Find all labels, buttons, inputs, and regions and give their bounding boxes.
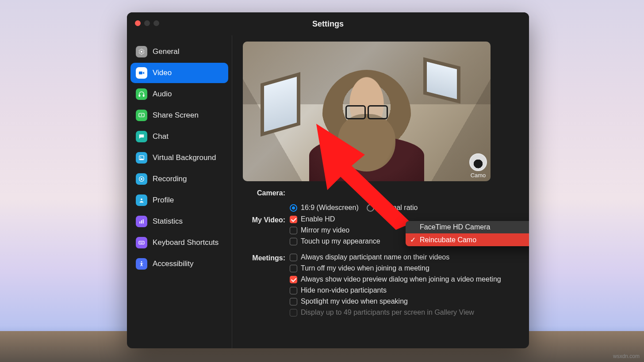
svg-rect-12: [143, 219, 144, 223]
aspect-ratio-widescreen[interactable]: 16:9 (Widescreen): [290, 204, 359, 212]
svg-rect-15: [141, 242, 141, 243]
person-icon: [136, 194, 147, 206]
svg-rect-10: [139, 221, 140, 224]
checkbox-icon: [290, 227, 297, 234]
svg-point-0: [141, 51, 142, 53]
checkbox-gallery-49: Display up to 49 participants per screen…: [290, 309, 518, 316]
page-watermark: wsxdn.com: [613, 353, 640, 359]
sidebar-item-share-screen[interactable]: Share Screen: [130, 105, 228, 126]
video-preview: Camo: [243, 42, 491, 181]
my-video-label: My Video:: [243, 213, 285, 224]
svg-rect-16: [142, 242, 142, 243]
checkbox-label: Always show video preview dialog when jo…: [301, 275, 501, 283]
camo-logo-icon: [469, 153, 487, 171]
checkbox-icon: [290, 276, 297, 283]
video-camera-icon: [136, 67, 147, 79]
chat-bubble-icon: [136, 131, 147, 142]
sidebar-item-label: Accessibility: [153, 259, 194, 268]
checkbox-icon: [290, 254, 297, 261]
camo-watermark: Camo: [469, 153, 487, 179]
share-screen-icon: [136, 110, 147, 121]
sidebar-item-general[interactable]: General: [130, 42, 228, 62]
svg-point-9: [141, 198, 142, 200]
sidebar-item-label: Chat: [153, 132, 169, 141]
svg-point-6: [140, 157, 141, 158]
gear-icon: [136, 46, 147, 57]
svg-rect-17: [142, 242, 143, 243]
svg-point-8: [141, 178, 142, 180]
sidebar-item-label: General: [153, 47, 179, 56]
sidebar-item-label: Statistics: [153, 217, 183, 226]
window-title: Settings: [312, 19, 344, 29]
bar-chart-icon: [136, 216, 147, 227]
meetings-label: Meetings:: [243, 251, 285, 262]
image-icon: [136, 152, 147, 164]
camera-option-reincubate-camo[interactable]: ✓ Reincubate Camo: [406, 233, 529, 246]
sidebar-item-keyboard-shortcuts[interactable]: Keyboard Shortcuts: [130, 232, 228, 253]
radio-label: Original ratio: [378, 204, 418, 212]
checkbox-icon: [290, 216, 297, 223]
minimize-button[interactable]: [144, 20, 150, 26]
checkbox-label: Display up to 49 participants per screen…: [301, 309, 474, 316]
sidebar-item-label: Profile: [153, 196, 174, 205]
checkbox-label: Spotlight my video when speaking: [301, 297, 408, 305]
video-settings-form: Camera: 16:9 (Widescreen) Original ratio: [243, 187, 518, 316]
window-controls: [135, 20, 159, 26]
svg-rect-3: [143, 95, 144, 96]
checkbox-spotlight[interactable]: Spotlight my video when speaking: [290, 297, 518, 305]
accessibility-icon: [136, 258, 147, 270]
titlebar: Settings: [127, 12, 529, 35]
checkbox-hide-nonvideo[interactable]: Hide non-video participants: [290, 286, 518, 294]
svg-rect-1: [139, 72, 142, 75]
meetings-row: Meetings: Always display participant nam…: [243, 251, 518, 316]
sidebar-item-audio[interactable]: Audio: [130, 84, 228, 104]
checkbox-label: Hide non-video participants: [301, 286, 387, 294]
sidebar-item-label: Audio: [153, 90, 172, 99]
maximize-button[interactable]: [153, 20, 159, 26]
checkbox-label: Touch up my appearance: [301, 237, 380, 245]
svg-rect-14: [140, 242, 140, 243]
sidebar-item-virtual-background[interactable]: Virtual Background: [130, 148, 228, 168]
checkbox-icon: [290, 265, 297, 272]
checkbox-label: Turn off my video when joining a meeting: [301, 264, 429, 272]
camera-label: Camera:: [243, 187, 285, 197]
checkbox-label: Always display participant name on their…: [301, 253, 449, 261]
camera-row: Camera: 16:9 (Widescreen) Original ratio: [243, 187, 518, 212]
radio-label: 16:9 (Widescreen): [301, 204, 359, 212]
checkbox-icon: [290, 238, 297, 245]
sidebar-item-label: Keyboard Shortcuts: [153, 238, 218, 247]
checkbox-label: Enable HD: [301, 215, 335, 223]
camera-dropdown[interactable]: FaceTime HD Camera ✓ Reincubate Camo: [406, 221, 529, 246]
dropdown-option-label: Reincubate Camo: [420, 236, 476, 244]
sidebar-item-video[interactable]: Video: [130, 63, 228, 83]
svg-rect-11: [141, 220, 142, 223]
sidebar-item-profile[interactable]: Profile: [130, 190, 228, 210]
sidebar-item-chat[interactable]: Chat: [130, 126, 228, 147]
keyboard-icon: [136, 237, 147, 248]
svg-point-19: [141, 261, 142, 263]
checkbox-icon: [290, 309, 297, 316]
camo-watermark-label: Camo: [469, 172, 487, 179]
checkbox-display-name[interactable]: Always display participant name on their…: [290, 253, 518, 261]
checkbox-icon: [290, 298, 297, 305]
svg-rect-13: [139, 241, 144, 244]
svg-rect-18: [140, 243, 142, 244]
checkbox-turn-off-join[interactable]: Turn off my video when joining a meeting: [290, 264, 518, 272]
aspect-ratio-original[interactable]: Original ratio: [367, 204, 418, 212]
settings-sidebar: General Video Audio Share Screen: [127, 35, 232, 348]
preview-person: [309, 70, 424, 181]
checkbox-label: Mirror my video: [301, 226, 349, 234]
checkbox-icon: [290, 287, 297, 294]
record-icon: [136, 173, 147, 185]
settings-window: Settings General Video Audio: [127, 12, 529, 348]
settings-panel-video: Camo Camera: 16:9 (Widescreen): [232, 35, 529, 348]
sidebar-item-label: Virtual Background: [153, 153, 216, 162]
checkbox-preview-dialog[interactable]: Always show video preview dialog when jo…: [290, 275, 518, 283]
headphones-icon: [136, 88, 147, 100]
sidebar-item-accessibility[interactable]: Accessibility: [130, 254, 228, 274]
sidebar-item-recording[interactable]: Recording: [130, 169, 228, 189]
svg-rect-2: [139, 95, 140, 96]
sidebar-item-statistics[interactable]: Statistics: [130, 211, 228, 232]
camera-select-placeholder[interactable]: [290, 188, 518, 201]
close-button[interactable]: [135, 20, 141, 26]
